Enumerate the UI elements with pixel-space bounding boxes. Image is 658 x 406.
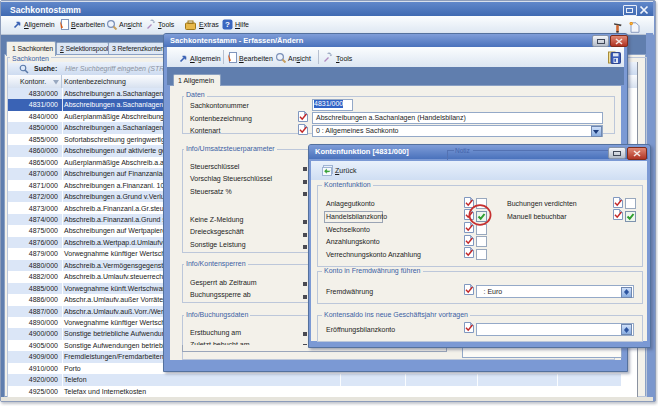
svg-text:?: ?	[225, 20, 230, 29]
